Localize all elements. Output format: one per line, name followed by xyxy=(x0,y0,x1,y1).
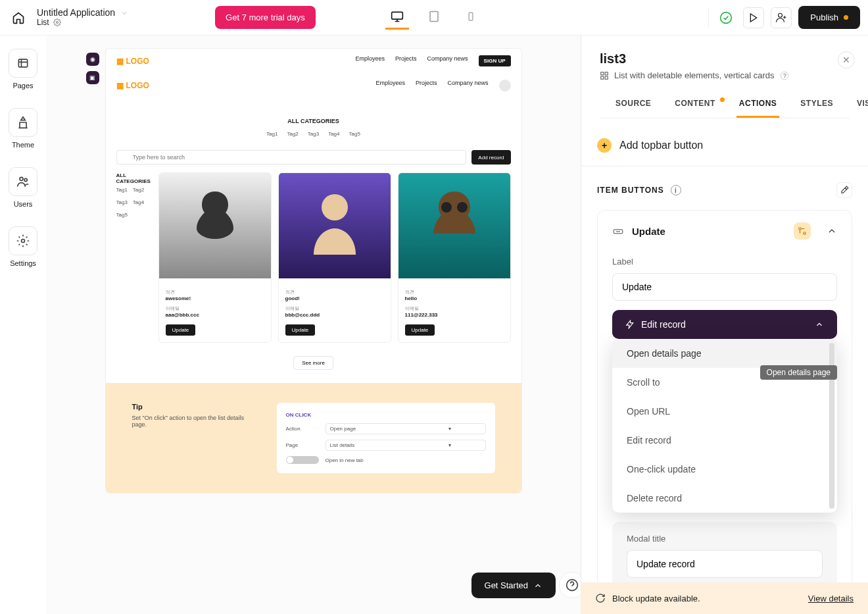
card-update-button[interactable]: Update xyxy=(405,324,435,336)
svg-rect-17 xyxy=(605,76,608,79)
device-tablet-icon[interactable] xyxy=(422,6,446,30)
svg-rect-6 xyxy=(18,59,27,67)
nav-pages[interactable]: Pages xyxy=(9,49,37,90)
info-icon[interactable]: i xyxy=(671,185,681,195)
help-icon xyxy=(566,578,579,592)
publish-indicator-dot xyxy=(844,15,848,20)
list-card[interactable]: 의견 good! 이메일 bbb@ccc.ddd Update xyxy=(278,172,391,343)
all-categories-label: ALL CATEGORIES xyxy=(106,118,521,124)
trial-button[interactable]: Get 7 more trial days xyxy=(215,6,316,29)
device-mobile-icon[interactable] xyxy=(459,6,483,30)
svg-point-0 xyxy=(56,22,58,24)
tip-panel: ON CLICK Action Open page▾ Page List det… xyxy=(277,403,495,473)
svg-point-5 xyxy=(779,13,783,17)
check-icon[interactable] xyxy=(715,7,736,28)
svg-point-10 xyxy=(322,194,348,220)
newtab-toggle[interactable] xyxy=(286,456,319,464)
svg-rect-16 xyxy=(601,76,604,79)
page-header-2: ▦ LOGO Employees Projects Company news xyxy=(106,73,521,98)
pages-icon xyxy=(16,57,30,70)
tab-content[interactable]: CONTENT xyxy=(672,91,718,118)
view-details-link[interactable]: View details xyxy=(808,594,854,603)
svg-point-22 xyxy=(804,232,806,235)
tip-title: Tip xyxy=(132,403,251,411)
refresh-icon xyxy=(595,593,606,603)
tab-visibility[interactable]: VISIBILITY xyxy=(854,91,868,118)
get-started-button[interactable]: Get Started xyxy=(471,573,556,598)
bolt-icon xyxy=(625,320,635,329)
list-card[interactable]: 의견 hello 이메일 111@222.333 Update xyxy=(398,172,511,343)
brush-icon[interactable] xyxy=(836,182,852,198)
svg-point-9 xyxy=(22,240,25,243)
signup-button[interactable]: SIGN UP xyxy=(479,55,511,66)
search-input[interactable] xyxy=(116,150,467,165)
list-card[interactable]: 의견 awesome! 이메일 aaa@bbb.ccc Update xyxy=(158,172,272,343)
update-banner: Block update available. View details xyxy=(581,582,868,614)
page-subtitle: List xyxy=(37,18,49,27)
card-update-button[interactable]: Update xyxy=(166,324,196,336)
gear-icon[interactable] xyxy=(53,18,61,26)
see-more-button[interactable]: See more xyxy=(293,356,333,370)
add-record-button[interactable]: Add record xyxy=(471,150,510,165)
svg-point-8 xyxy=(24,178,27,181)
edit-record-select[interactable]: Edit record xyxy=(612,310,837,339)
tab-styles[interactable]: STYLES xyxy=(798,91,836,118)
svg-point-4 xyxy=(721,12,732,23)
chevron-down-icon[interactable] xyxy=(120,9,128,17)
play-icon[interactable] xyxy=(743,7,764,28)
svg-rect-2 xyxy=(430,12,438,22)
action-select[interactable]: Open page▾ xyxy=(326,423,486,434)
nav-settings[interactable]: Settings xyxy=(9,226,37,267)
workflow-icon[interactable] xyxy=(794,222,811,240)
button-type-icon xyxy=(612,225,624,237)
section-item-buttons: ITEM BUTTONS xyxy=(597,186,664,195)
card-update-button[interactable]: Update xyxy=(285,324,316,336)
settings-icon xyxy=(16,234,30,247)
plus-icon: + xyxy=(597,138,612,153)
svg-text:?: ? xyxy=(783,72,786,78)
avatar[interactable] xyxy=(499,80,511,91)
publish-button[interactable]: Publish xyxy=(798,6,860,29)
micro-nav-2[interactable]: ▣ xyxy=(86,71,99,84)
dropdown-item[interactable]: Open details page xyxy=(612,339,837,368)
svg-point-7 xyxy=(20,177,23,180)
invite-user-icon[interactable] xyxy=(771,7,792,28)
close-icon[interactable]: ✕ xyxy=(838,51,855,68)
page-header-1: ▦ LOGO Employees Projects Company news S… xyxy=(106,49,521,73)
micro-nav-1[interactable]: ◉ xyxy=(86,53,99,66)
panel-subtitle: List with deletable elements, vertical c… xyxy=(614,70,775,80)
theme-icon xyxy=(16,116,30,129)
tab-actions[interactable]: ACTIONS xyxy=(736,91,780,118)
chevron-up-icon xyxy=(533,581,542,590)
svg-point-12 xyxy=(457,202,468,213)
dropdown-item[interactable]: Delete record xyxy=(612,484,837,513)
dropdown-item[interactable]: One-click update xyxy=(612,455,837,484)
tab-source[interactable]: SOURCE xyxy=(613,91,654,118)
label-input[interactable] xyxy=(612,273,837,301)
tooltip: Open details page xyxy=(760,365,837,380)
panel-title: list3 xyxy=(600,51,850,66)
logo: ▦ LOGO xyxy=(116,57,149,66)
modal-title-label: Modal title xyxy=(627,534,823,544)
nav-users[interactable]: Users xyxy=(9,167,37,208)
label-label: Label xyxy=(612,257,837,267)
dropdown-item[interactable]: Edit record xyxy=(612,426,837,455)
dropdown-item[interactable]: Open URL xyxy=(612,397,837,426)
svg-rect-15 xyxy=(605,72,608,74)
app-title: Untitled Application xyxy=(37,8,115,18)
add-topbar-button[interactable]: + Add topbar button xyxy=(597,138,852,153)
home-icon[interactable] xyxy=(8,7,29,28)
svg-rect-3 xyxy=(469,13,473,20)
chevron-up-icon xyxy=(815,320,824,329)
help-small-icon[interactable]: ? xyxy=(780,71,789,80)
chevron-up-icon[interactable] xyxy=(827,226,837,236)
users-icon xyxy=(16,175,30,188)
device-desktop-icon[interactable] xyxy=(385,6,409,30)
svg-rect-14 xyxy=(601,72,604,74)
grid-icon xyxy=(600,71,609,80)
nav-theme[interactable]: Theme xyxy=(9,108,37,149)
page-select[interactable]: List details▾ xyxy=(326,440,486,451)
item-button-update[interactable]: Update xyxy=(598,211,852,251)
modal-title-input[interactable] xyxy=(627,550,823,578)
svg-point-11 xyxy=(441,202,452,213)
